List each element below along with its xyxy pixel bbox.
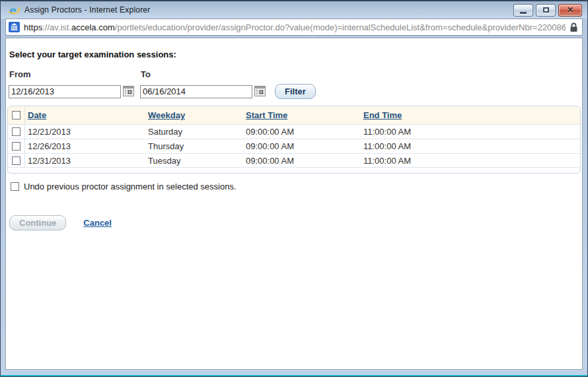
cell-date: 12/26/2013: [25, 141, 145, 151]
sessions-table: Date Weekday Start Time End Time 12/21/2…: [7, 106, 581, 174]
cell-weekday: Thursday: [145, 141, 243, 151]
address-bar-row: https://av.ist.accela.com/portlets/educa…: [5, 18, 583, 36]
from-date-input[interactable]: [9, 85, 121, 98]
row-checkbox[interactable]: [12, 127, 20, 136]
page-content: Select your target examination sessions:…: [5, 38, 583, 370]
accela-site-icon: [9, 22, 20, 32]
url-subdomain: ://av.ist.: [42, 22, 71, 32]
column-header-date[interactable]: Date: [28, 110, 46, 120]
window-bottom-edge: [1, 375, 587, 376]
cell-date: 12/21/2013: [25, 127, 145, 137]
cell-start-time: 09:00:00 AM: [243, 141, 361, 151]
from-label: From: [9, 69, 141, 79]
url-path: /portlets/education/provider/assignProct…: [115, 22, 566, 32]
date-filter-row: Filter: [9, 84, 582, 99]
from-calendar-icon[interactable]: [123, 86, 134, 97]
row-checkbox[interactable]: [12, 142, 20, 151]
url-text: https://av.ist.accela.com/portlets/educa…: [24, 22, 566, 32]
window-controls: ✕: [513, 4, 583, 17]
title-bar[interactable]: e Assign Proctors - Internet Explorer ✕: [1, 1, 587, 18]
action-buttons-row: Continue Cancel: [9, 215, 582, 230]
restore-button[interactable]: [536, 4, 556, 17]
date-filter-labels: From To: [9, 69, 582, 79]
minimize-icon: [520, 12, 527, 14]
url-scheme: https: [24, 22, 42, 32]
lock-icon: [570, 22, 578, 32]
window-title: Assign Proctors - Internet Explorer: [24, 5, 150, 15]
cell-start-time: 09:00:00 AM: [243, 127, 361, 137]
table-row: 12/21/2013 Saturday 09:00:00 AM 11:00:00…: [8, 124, 580, 139]
url-domain: accela.com: [71, 22, 115, 32]
column-header-end-time[interactable]: End Time: [363, 110, 402, 120]
cell-end-time: 11:00:00 AM: [361, 141, 580, 151]
page-heading: Select your target examination sessions:: [9, 50, 582, 59]
internet-explorer-icon: e: [7, 4, 20, 17]
cell-end-time: 11:00:00 AM: [361, 127, 580, 137]
table-row: 12/26/2013 Thursday 09:00:00 AM 11:00:00…: [8, 139, 580, 153]
close-button[interactable]: ✕: [558, 4, 582, 17]
to-label: To: [141, 69, 151, 79]
cell-weekday: Saturday: [145, 127, 243, 137]
to-calendar-icon[interactable]: [254, 86, 266, 97]
column-header-weekday[interactable]: Weekday: [148, 110, 185, 120]
undo-option-row: Undo previous proctor assignment in sele…: [11, 182, 582, 191]
svg-text:e: e: [9, 4, 17, 17]
column-header-start-time[interactable]: Start Time: [246, 110, 287, 120]
cell-end-time: 11:00:00 AM: [361, 156, 580, 166]
row-checkbox[interactable]: [12, 156, 20, 165]
browser-popup-window: e Assign Proctors - Internet Explorer ✕ …: [0, 0, 588, 377]
cancel-link[interactable]: Cancel: [83, 218, 112, 228]
undo-checkbox-label: Undo previous proctor assignment in sele…: [24, 182, 237, 191]
continue-button[interactable]: Continue: [9, 215, 66, 230]
table-header-row: Date Weekday Start Time End Time: [8, 106, 580, 124]
cell-start-time: 09:00:00 AM: [243, 156, 361, 166]
close-icon: ✕: [567, 6, 573, 14]
cell-weekday: Tuesday: [145, 156, 243, 166]
cell-date: 12/31/2013: [25, 156, 145, 166]
select-all-checkbox[interactable]: [12, 111, 20, 120]
filter-button[interactable]: Filter: [275, 84, 316, 99]
to-date-input[interactable]: [140, 85, 252, 98]
restore-icon: [543, 7, 549, 13]
table-row: 12/31/2013 Tuesday 09:00:00 AM 11:00:00 …: [8, 153, 580, 168]
minimize-button[interactable]: [513, 4, 533, 17]
address-bar[interactable]: https://av.ist.accela.com/portlets/educa…: [5, 18, 583, 36]
undo-checkbox[interactable]: [11, 182, 19, 191]
